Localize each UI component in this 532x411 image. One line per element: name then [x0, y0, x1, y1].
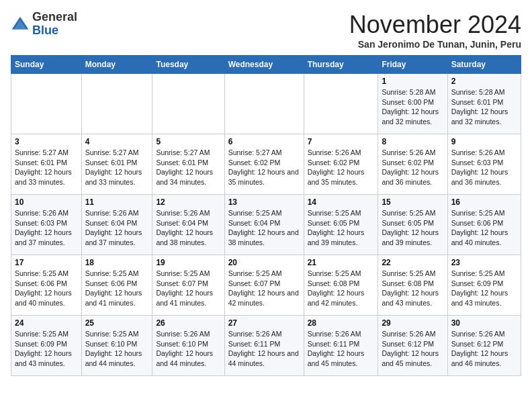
day-info: Sunrise: 5:27 AM Sunset: 6:02 PM Dayligh…: [228, 148, 300, 187]
day-number: 19: [156, 258, 220, 267]
day-info: Sunrise: 5:25 AM Sunset: 6:08 PM Dayligh…: [308, 269, 375, 308]
day-number: 22: [382, 258, 443, 267]
day-number: 17: [15, 258, 78, 267]
day-info: Sunrise: 5:26 AM Sunset: 6:02 PM Dayligh…: [308, 148, 375, 187]
calendar-header-row: SundayMondayTuesdayWednesdayThursdayFrid…: [11, 56, 521, 74]
day-info: Sunrise: 5:26 AM Sunset: 6:04 PM Dayligh…: [85, 208, 149, 248]
calendar-cell: 28 Sunrise: 5:26 AM Sunset: 6:11 PM Dayl…: [304, 316, 378, 376]
weekday-header-friday: Friday: [378, 56, 447, 74]
day-number: 29: [382, 318, 443, 328]
day-number: 11: [85, 197, 149, 207]
calendar-week-4: 17 Sunrise: 5:25 AM Sunset: 6:06 PM Dayl…: [11, 255, 521, 316]
day-number: 24: [15, 318, 78, 328]
calendar-week-3: 10 Sunrise: 5:26 AM Sunset: 6:03 PM Dayl…: [11, 195, 521, 255]
day-info: Sunrise: 5:26 AM Sunset: 6:12 PM Dayligh…: [451, 329, 517, 369]
day-info: Sunrise: 5:25 AM Sunset: 6:09 PM Dayligh…: [15, 329, 78, 369]
calendar-cell: 24 Sunrise: 5:25 AM Sunset: 6:09 PM Dayl…: [11, 316, 82, 376]
calendar-cell: 19 Sunrise: 5:25 AM Sunset: 6:07 PM Dayl…: [152, 255, 224, 316]
calendar-cell: 4 Sunrise: 5:27 AM Sunset: 6:01 PM Dayli…: [81, 134, 152, 195]
calendar-cell: 20 Sunrise: 5:25 AM Sunset: 6:07 PM Dayl…: [224, 255, 304, 316]
day-number: 2: [451, 77, 517, 86]
day-info: Sunrise: 5:25 AM Sunset: 6:06 PM Dayligh…: [451, 208, 517, 248]
day-info: Sunrise: 5:26 AM Sunset: 6:03 PM Dayligh…: [451, 148, 517, 187]
weekday-header-saturday: Saturday: [447, 56, 521, 74]
day-number: 9: [451, 137, 517, 146]
day-number: 26: [156, 318, 220, 328]
day-number: 23: [451, 258, 517, 267]
day-number: 6: [228, 137, 300, 146]
day-number: 14: [308, 197, 375, 207]
calendar-cell: 26 Sunrise: 5:26 AM Sunset: 6:10 PM Dayl…: [152, 316, 224, 376]
day-info: Sunrise: 5:27 AM Sunset: 6:01 PM Dayligh…: [15, 148, 78, 187]
weekday-header-tuesday: Tuesday: [152, 56, 224, 74]
day-info: Sunrise: 5:27 AM Sunset: 6:01 PM Dayligh…: [156, 148, 220, 187]
day-number: 25: [85, 318, 149, 328]
calendar-cell: [81, 74, 152, 134]
day-info: Sunrise: 5:26 AM Sunset: 6:02 PM Dayligh…: [382, 148, 443, 187]
day-info: Sunrise: 5:26 AM Sunset: 6:11 PM Dayligh…: [308, 329, 375, 369]
calendar-cell: 7 Sunrise: 5:26 AM Sunset: 6:02 PM Dayli…: [304, 134, 378, 195]
day-number: 13: [228, 197, 300, 207]
day-info: Sunrise: 5:26 AM Sunset: 6:03 PM Dayligh…: [15, 208, 78, 248]
day-number: 21: [308, 258, 375, 267]
calendar-week-1: 1 Sunrise: 5:28 AM Sunset: 6:00 PM Dayli…: [11, 74, 521, 134]
logo-blue: Blue: [32, 24, 58, 37]
day-number: 8: [382, 137, 443, 146]
day-info: Sunrise: 5:25 AM Sunset: 6:05 PM Dayligh…: [308, 208, 375, 248]
day-number: 30: [451, 318, 517, 328]
day-number: 10: [15, 197, 78, 207]
calendar-week-2: 3 Sunrise: 5:27 AM Sunset: 6:01 PM Dayli…: [11, 134, 521, 195]
day-info: Sunrise: 5:28 AM Sunset: 6:01 PM Dayligh…: [451, 87, 517, 127]
day-number: 7: [308, 137, 375, 146]
calendar-cell: 23 Sunrise: 5:25 AM Sunset: 6:09 PM Dayl…: [447, 255, 521, 316]
day-number: 28: [308, 318, 375, 328]
day-info: Sunrise: 5:25 AM Sunset: 6:10 PM Dayligh…: [85, 329, 149, 369]
title-block: November 2024 San Jeronimo De Tunan, Jun…: [349, 11, 521, 50]
day-info: Sunrise: 5:25 AM Sunset: 6:04 PM Dayligh…: [228, 208, 300, 248]
day-info: Sunrise: 5:25 AM Sunset: 6:07 PM Dayligh…: [228, 269, 300, 308]
day-info: Sunrise: 5:25 AM Sunset: 6:07 PM Dayligh…: [156, 269, 220, 308]
day-number: 1: [382, 77, 443, 86]
day-info: Sunrise: 5:25 AM Sunset: 6:08 PM Dayligh…: [382, 269, 443, 308]
day-number: 27: [228, 318, 300, 328]
calendar-cell: [152, 74, 224, 134]
calendar-cell: 14 Sunrise: 5:25 AM Sunset: 6:05 PM Dayl…: [304, 195, 378, 255]
day-info: Sunrise: 5:25 AM Sunset: 6:09 PM Dayligh…: [451, 269, 517, 308]
calendar-table: SundayMondayTuesdayWednesdayThursdayFrid…: [11, 55, 521, 376]
calendar-cell: 30 Sunrise: 5:26 AM Sunset: 6:12 PM Dayl…: [447, 316, 521, 376]
calendar-cell: 13 Sunrise: 5:25 AM Sunset: 6:04 PM Dayl…: [224, 195, 304, 255]
calendar-cell: [11, 74, 82, 134]
day-info: Sunrise: 5:26 AM Sunset: 6:10 PM Dayligh…: [156, 329, 220, 369]
calendar-week-5: 24 Sunrise: 5:25 AM Sunset: 6:09 PM Dayl…: [11, 316, 521, 376]
month-title: November 2024: [349, 11, 521, 39]
calendar-cell: [304, 74, 378, 134]
day-info: Sunrise: 5:25 AM Sunset: 6:06 PM Dayligh…: [85, 269, 149, 308]
location: San Jeronimo De Tunan, Junin, Peru: [349, 39, 521, 50]
calendar-cell: 25 Sunrise: 5:25 AM Sunset: 6:10 PM Dayl…: [81, 316, 152, 376]
day-info: Sunrise: 5:25 AM Sunset: 6:05 PM Dayligh…: [382, 208, 443, 248]
day-number: 18: [85, 258, 149, 267]
day-number: 15: [382, 197, 443, 207]
day-number: 5: [156, 137, 220, 146]
day-info: Sunrise: 5:26 AM Sunset: 6:12 PM Dayligh…: [382, 329, 443, 369]
calendar-cell: 18 Sunrise: 5:25 AM Sunset: 6:06 PM Dayl…: [81, 255, 152, 316]
calendar-cell: 17 Sunrise: 5:25 AM Sunset: 6:06 PM Dayl…: [11, 255, 82, 316]
calendar-cell: 5 Sunrise: 5:27 AM Sunset: 6:01 PM Dayli…: [152, 134, 224, 195]
calendar-cell: 2 Sunrise: 5:28 AM Sunset: 6:01 PM Dayli…: [447, 74, 521, 134]
calendar-cell: 10 Sunrise: 5:26 AM Sunset: 6:03 PM Dayl…: [11, 195, 82, 255]
calendar-cell: 1 Sunrise: 5:28 AM Sunset: 6:00 PM Dayli…: [378, 74, 447, 134]
calendar-cell: 12 Sunrise: 5:26 AM Sunset: 6:04 PM Dayl…: [152, 195, 224, 255]
day-info: Sunrise: 5:27 AM Sunset: 6:01 PM Dayligh…: [85, 148, 149, 187]
calendar-cell: 15 Sunrise: 5:25 AM Sunset: 6:05 PM Dayl…: [378, 195, 447, 255]
day-number: 4: [85, 137, 149, 146]
logo: General Blue: [11, 11, 77, 38]
day-number: 16: [451, 197, 517, 207]
calendar-cell: 9 Sunrise: 5:26 AM Sunset: 6:03 PM Dayli…: [447, 134, 521, 195]
calendar-cell: 6 Sunrise: 5:27 AM Sunset: 6:02 PM Dayli…: [224, 134, 304, 195]
day-number: 12: [156, 197, 220, 207]
calendar-cell: 22 Sunrise: 5:25 AM Sunset: 6:08 PM Dayl…: [378, 255, 447, 316]
page-header: General Blue November 2024 San Jeronimo …: [11, 11, 521, 50]
day-number: 3: [15, 137, 78, 146]
day-info: Sunrise: 5:26 AM Sunset: 6:11 PM Dayligh…: [228, 329, 300, 369]
day-info: Sunrise: 5:25 AM Sunset: 6:06 PM Dayligh…: [15, 269, 78, 308]
